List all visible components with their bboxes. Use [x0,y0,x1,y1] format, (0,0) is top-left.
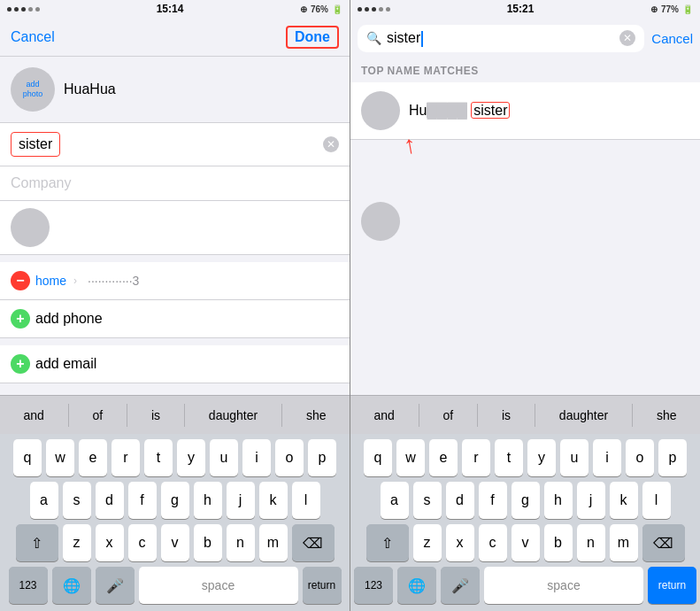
r-key-h[interactable]: h [544,482,573,519]
key-z[interactable]: z [63,524,91,561]
battery-level-right: 77% [661,4,679,14]
done-button[interactable]: Done [286,26,339,49]
r-key-delete[interactable]: ⌫ [642,524,685,561]
key-m[interactable]: m [259,524,288,561]
key-u[interactable]: u [210,439,238,476]
r-key-a[interactable]: a [381,482,409,519]
remove-phone-button[interactable]: − [11,271,30,290]
r-key-globe[interactable]: 🌐 [397,567,436,604]
r-key-q[interactable]: q [364,439,392,476]
clear-button[interactable]: ✕ [323,136,339,152]
r-suggestion-daughter[interactable]: daughter [550,405,617,426]
left-suggestions-bar: and of is daughter she [0,395,350,434]
cancel-button[interactable]: Cancel [11,29,55,45]
key-k[interactable]: k [259,482,288,519]
suggestion-of[interactable]: of [84,405,112,426]
suggestion-she[interactable]: she [297,405,335,426]
key-mic[interactable]: 🎤 [96,567,135,604]
key-q[interactable]: q [13,439,42,476]
r-key-r[interactable]: r [462,439,490,476]
r-key-return[interactable]: return [648,567,696,604]
r-key-n[interactable]: n [577,524,605,561]
key-x[interactable]: x [96,524,124,561]
key-c[interactable]: c [128,524,157,561]
r-key-t[interactable]: t [495,439,523,476]
key-p[interactable]: p [308,439,336,476]
second-avatar [361,202,400,241]
key-o[interactable]: o [275,439,304,476]
r-key-g[interactable]: g [512,482,540,519]
search-cancel-button[interactable]: Cancel [651,31,693,46]
r-key-l[interactable]: l [642,482,671,519]
r-suggestion-of[interactable]: of [435,405,463,426]
search-field[interactable]: 🔍 sister ✕ [358,25,644,52]
key-j[interactable]: j [227,482,255,519]
r-key-x[interactable]: x [446,524,474,561]
r-key-mic[interactable]: 🎤 [441,567,480,604]
key-row-1: q w e r t y u i o p [0,434,350,476]
signal-dots [7,7,40,12]
key-123[interactable]: 123 [9,567,48,604]
suggestion-is[interactable]: is [142,405,169,426]
key-delete[interactable]: ⌫ [292,524,335,561]
r-key-w[interactable]: w [396,439,425,476]
r-key-y[interactable]: y [527,439,556,476]
phone-number: ·············3 [88,274,139,288]
key-f[interactable]: f [128,482,157,519]
add-email-button[interactable]: + [11,354,30,374]
key-t[interactable]: t [144,439,173,476]
r-key-m[interactable]: m [610,524,638,561]
r-key-z[interactable]: z [413,524,442,561]
key-r[interactable]: r [112,439,140,476]
r-key-o[interactable]: o [626,439,654,476]
key-b[interactable]: b [194,524,222,561]
result-name: Hu████ sister [409,103,510,119]
add-email-row: + add email [0,345,350,383]
key-space[interactable]: space [139,567,298,604]
key-l[interactable]: l [292,482,320,519]
search-clear-button[interactable]: ✕ [619,30,635,46]
suggestion-and[interactable]: and [14,405,52,426]
key-d[interactable]: d [96,482,124,519]
annotation-area: ↑ [350,140,700,193]
key-return[interactable]: return [303,567,342,604]
r-key-row-2: a s d f g h j k l [350,476,700,519]
r-key-p[interactable]: p [658,439,687,476]
key-h[interactable]: h [194,482,222,519]
r-key-f[interactable]: f [479,482,507,519]
r-key-k[interactable]: k [610,482,638,519]
r-key-e[interactable]: e [429,439,458,476]
key-globe[interactable]: 🌐 [52,567,91,604]
r-key-space[interactable]: space [484,567,643,604]
r-suggestion-is[interactable]: is [493,405,519,426]
r-suggestion-and[interactable]: and [365,405,403,426]
key-e[interactable]: e [79,439,107,476]
r-key-c[interactable]: c [479,524,507,561]
r-key-123[interactable]: 123 [354,567,393,604]
r-key-u[interactable]: u [560,439,588,476]
key-w[interactable]: w [46,439,74,476]
key-s[interactable]: s [63,482,91,519]
r-key-d[interactable]: d [446,482,474,519]
r-key-i[interactable]: i [593,439,621,476]
key-n[interactable]: n [227,524,255,561]
battery-level: 76% [311,4,328,14]
key-i[interactable]: i [242,439,271,476]
last-name-row: sister ✕ [0,123,350,166]
key-v[interactable]: v [161,524,189,561]
r-key-v[interactable]: v [512,524,540,561]
r-key-j[interactable]: j [577,482,605,519]
suggestion-daughter[interactable]: daughter [200,405,266,426]
add-email-label: add email [35,356,96,372]
r-key-s[interactable]: s [413,482,442,519]
r-suggestion-she[interactable]: she [648,405,686,426]
r-key-b[interactable]: b [544,524,573,561]
r-key-shift[interactable]: ⇧ [366,524,409,561]
key-shift[interactable]: ⇧ [16,524,58,561]
key-g[interactable]: g [161,482,189,519]
key-y[interactable]: y [177,439,205,476]
add-photo-button[interactable]: add photo [11,67,55,112]
last-name-field[interactable]: sister [11,132,60,157]
add-phone-button[interactable]: + [11,309,30,329]
key-a[interactable]: a [30,482,58,519]
